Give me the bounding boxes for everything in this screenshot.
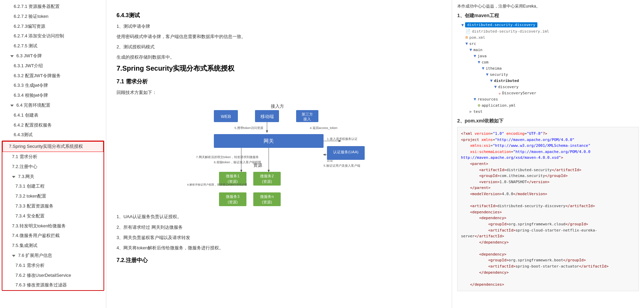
sidebar-item-643[interactable]: 6.4.3测试 — [0, 130, 106, 140]
file-tree-row: ▼ java — [457, 53, 639, 59]
folder-icon: ▼ — [470, 47, 472, 52]
svg-text:5.验证证用户及接入客户端: 5.验证证用户及接入客户端 — [324, 164, 360, 167]
sidebar: 6.2.7.1 资源服务器配置 6.2.7.2 验证token 6.2.7.3编… — [0, 0, 106, 308]
folder-icon: ▼ — [478, 60, 480, 64]
sidebar-item-7[interactable]: 7.Spring Security实现分布式系统授权 — [2, 141, 104, 152]
sub2-label: 2、测试授权码模式 — [117, 43, 441, 51]
file-tree-row: ▼ security — [457, 71, 639, 78]
file-tree-row: ▼ distributed-security-discovery — [457, 22, 639, 28]
folder-icon: ▼ — [474, 97, 476, 102]
svg-text:微服务1: 微服务1 — [226, 174, 239, 178]
svg-text:1.接入请求权服务认证: 1.接入请求权服务认证 — [327, 137, 357, 141]
list3: 3、网关负责鉴权客户端以及请求转发 — [117, 234, 441, 241]
main-content: 6.4.3测试 1、测试申请令牌 使用密码模式申请令牌，客户端信息需要和数据库中… — [106, 0, 452, 308]
sidebar-item-641[interactable]: 6.4.1 创建表 — [0, 110, 106, 120]
sidebar-item-72[interactable]: 7.2.注册中心 — [2, 162, 104, 172]
sidebar-item-633[interactable]: 6.3.3 生成jwt令牌 — [0, 81, 106, 91]
right-intro: 本作成功中心心益益，注册中心采用Eureka。 — [457, 3, 639, 9]
sidebar-item-631[interactable]: 6.3.1 JWT介绍 — [0, 61, 106, 71]
svg-text:接入: 接入 — [303, 117, 311, 121]
section-71-title: 7.1 需求分析 — [117, 78, 441, 85]
section-72-title: 7.2.注册中心 — [117, 257, 441, 264]
svg-text:微服务2: 微服务2 — [260, 174, 274, 178]
svg-text:(资源): (资源) — [262, 200, 272, 204]
file-tree: ▼ distributed-security-discovery 📄 distr… — [457, 22, 639, 115]
triangle-icon — [10, 105, 14, 107]
sidebar-item-6274[interactable]: 6.2.7.4 添加安全访问控制 — [0, 31, 106, 41]
sidebar-item-762[interactable]: 7.6.2 修改UserDetailService — [2, 271, 104, 281]
file-tree-row: ⚙ application.yml — [457, 102, 639, 108]
sub1-label: 1、测试申请令牌 — [117, 23, 441, 30]
folder-icon: ▼ — [486, 72, 488, 77]
sidebar-item-761[interactable]: 7.6.1 需求分析 — [2, 261, 104, 271]
svg-text:接入方: 接入方 — [271, 104, 284, 109]
sidebar-item-734[interactable]: 7.3.4 安全配置 — [2, 211, 104, 221]
svg-text:网关: 网关 — [264, 138, 274, 144]
sidebar-item-735[interactable]: 7.3.转发明文token给微服务 — [2, 221, 104, 231]
sidebar-item-634[interactable]: 6.3.4 校验jwt令牌 — [0, 91, 106, 100]
sub2-desc: 生成的授权存储到数据库中。 — [117, 54, 441, 61]
java-icon: ☕ — [498, 91, 501, 95]
svg-text:4.返回access_token: 4.返回access_token — [310, 126, 338, 130]
sidebar-item-6272[interactable]: 6.2.7.2 验证token — [0, 12, 106, 22]
section-71-desc: 回顾技术方案如下： — [117, 89, 441, 96]
file-icon: 📄 — [465, 29, 471, 34]
file-tree-row: ▼ distributed — [457, 78, 639, 84]
sidebar-item-732[interactable]: 7.3.2 token配置 — [2, 191, 104, 201]
svg-text:8.解析并验证用户权限，资源通过则执行后续步骤: 8.解析并验证用户权限，资源通过则执行后续步骤 — [187, 183, 247, 186]
svg-text:(资源): (资源) — [262, 179, 272, 183]
list4: 4、网关将token解析后传给微服务，微服务进行授权。 — [117, 244, 441, 252]
sidebar-item-73[interactable]: 7.3.网关 — [2, 172, 104, 182]
diagram-svg: 接入方 WEB 移动端 第三方 接入 5.携带token访问资源 4.返回acc… — [186, 102, 372, 208]
svg-text:微服务3: 微服务3 — [226, 194, 239, 199]
file-tree-row: ▼ com — [457, 59, 639, 65]
svg-text:(资源): (资源) — [228, 200, 238, 204]
file-icon: m — [465, 35, 468, 40]
sidebar-item-6271[interactable]: 6.2.7.1 资源服务器配置 — [0, 2, 106, 12]
sidebar-item-731[interactable]: 7.3.1 创建工程 — [2, 181, 104, 191]
folder-icon: ▼ — [494, 84, 497, 89]
list1: 1、UAA认证服务负责认证授权。 — [117, 213, 441, 221]
right-step1: 1、创建maven工程 — [457, 13, 639, 19]
sidebar-item-74[interactable]: 7.4.微服务用户鉴权拦截 — [2, 231, 104, 241]
sidebar-item-64[interactable]: 6.4 完善环境配置 — [0, 100, 106, 110]
triangle-icon — [10, 55, 14, 57]
file-tree-row: 📄 distributed-security-discovery.iml — [457, 28, 639, 34]
sidebar-item-6273[interactable]: 6.2.7.3编写资源 — [0, 22, 106, 32]
sidebar-item-642[interactable]: 6.4.2 配置授权服务 — [0, 120, 106, 130]
file-tree-row: m pom.xml — [457, 34, 639, 40]
svg-text:7.网关解析后的明文token，转发请求到微服务: 7.网关解析后的明文token，转发请求到微服务 — [196, 155, 259, 159]
code-block: <?xml version="1.0" encoding="UTF-8"?> <… — [457, 127, 639, 291]
sidebar-item-763[interactable]: 7.6.3 修改资源服务过滤器 — [2, 280, 104, 290]
file-tree-row: ☕ DiscoveryServer — [457, 90, 639, 96]
sidebar-group-chapter7: 7.Spring Security实现分布式系统授权 7.1 需求分析 7.2.… — [2, 141, 104, 291]
svg-text:5.携带token访问资源: 5.携带token访问资源 — [234, 126, 263, 130]
sidebar-item-733[interactable]: 7.3.3 配置资源服务 — [2, 201, 104, 211]
file-tree-row: ▶ test — [457, 108, 639, 115]
file-tree-row: ▼ itheima — [457, 65, 639, 71]
sidebar-item-75[interactable]: 7.5.集成测试 — [2, 241, 104, 251]
file-tree-row: ▼ src — [457, 40, 639, 47]
folder-icon: ▼ — [490, 78, 493, 83]
svg-text:WEB: WEB — [221, 114, 231, 119]
sidebar-item-76[interactable]: 7.6 扩展用户信息 — [2, 251, 104, 261]
sidebar-item-63[interactable]: 6.3 JWT令牌 — [0, 51, 106, 61]
folder-icon: ▼ — [465, 41, 468, 46]
right-step2: 2、pom.xml依赖如下 — [457, 118, 639, 124]
file-tree-row: ▼ discovery — [457, 84, 639, 90]
sidebar-item-71[interactable]: 7.1 需求分析 — [2, 152, 104, 162]
file-tree-row: ▼ main — [457, 47, 639, 53]
folder-icon: ▼ — [474, 54, 476, 58]
architecture-diagram: 接入方 WEB 移动端 第三方 接入 5.携带token访问资源 4.返回acc… — [117, 102, 441, 208]
yml-icon: ⚙ — [478, 103, 480, 108]
file-tree-row: ▼ resources — [457, 96, 639, 102]
sub1-desc: 使用密码模式申请令牌，客户端信息需要和数据库中的信息一致。 — [117, 33, 441, 40]
sidebar-item-632[interactable]: 6.3.2 配置JWT令牌服务 — [0, 71, 106, 81]
svg-text:认证服务(UAA): 认证服务(UAA) — [333, 150, 359, 154]
folder-icon: ▶ — [470, 109, 472, 114]
svg-text:资源: 资源 — [253, 163, 262, 168]
sidebar-item-6275[interactable]: 6.2.7.5 测试 — [0, 41, 106, 51]
right-panel: 本作成功中心心益益，注册中心采用Eureka。 1、创建maven工程 ▼ di… — [452, 0, 644, 308]
folder-icon: ▼ — [482, 66, 484, 71]
svg-text:移动端: 移动端 — [260, 114, 274, 119]
